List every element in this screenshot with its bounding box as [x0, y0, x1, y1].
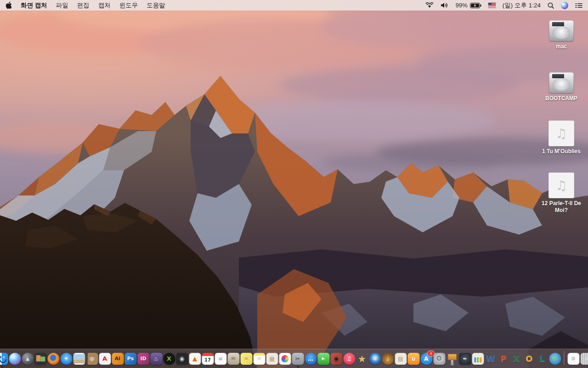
running-indicator	[1, 366, 3, 368]
scrapbook-icon: ▤	[395, 353, 407, 365]
dock-firefox[interactable]	[47, 352, 60, 365]
dock-divider	[564, 351, 565, 365]
dock-finder[interactable]	[0, 352, 8, 365]
dock-photos[interactable]	[279, 352, 291, 365]
adobe-photoshop-icon: Ps	[124, 353, 136, 365]
menu-bar-clock[interactable]: (일) 오후 1:24	[503, 1, 541, 10]
dock-app-store[interactable]: A4	[420, 352, 433, 365]
dock-preview[interactable]	[73, 352, 85, 365]
dock-safari[interactable]: ✦	[60, 352, 73, 365]
dock-keynote[interactable]	[446, 352, 458, 365]
audio-file-icon: ♫	[548, 172, 574, 198]
dock-messages[interactable]: …	[305, 352, 317, 365]
adobe-acrobat-icon: A	[99, 353, 111, 365]
dock-ms-word[interactable]: W	[485, 352, 497, 365]
adobe-illustrator-icon: Ai	[112, 353, 124, 365]
desktop-icon-label: BOOTCAMP	[545, 95, 577, 102]
hard-drive-icon	[549, 20, 574, 41]
volume-icon[interactable]	[441, 2, 449, 8]
dock-itunes[interactable]: ♫	[343, 352, 356, 365]
input-source-flag-us[interactable]	[488, 3, 496, 8]
wallpaper-sierra-mountain	[0, 0, 588, 368]
calendar-icon: 17	[202, 353, 214, 365]
dock-notes[interactable]: ≡	[253, 352, 266, 365]
battery-percent[interactable]: 99%	[456, 2, 468, 9]
dock-reminders[interactable]: ≡	[215, 352, 227, 365]
dock-adobe-photoshop[interactable]: Ps	[124, 352, 137, 365]
contacts-icon: @	[86, 353, 98, 365]
dock-ms-outlook[interactable]: O	[523, 352, 536, 365]
menu-capture[interactable]: 캡처	[98, 1, 111, 10]
dock-system-preferences[interactable]: ⚙	[433, 352, 446, 365]
wifi-icon[interactable]	[425, 2, 434, 8]
dock-imovie[interactable]: ★	[356, 352, 368, 365]
reminders-icon: ≡	[215, 353, 226, 365]
dock-adobe-indesign[interactable]: ID	[137, 352, 150, 365]
menu-window[interactable]: 윈도우	[119, 1, 138, 10]
dock-numbers[interactable]	[472, 352, 484, 365]
desktop-icon-drive-bootcamp[interactable]: BOOTCAMP	[541, 72, 582, 102]
dock-adobe-acrobat[interactable]: A	[99, 352, 111, 365]
safari-icon: ✦	[60, 353, 72, 365]
dock-calendar[interactable]: 17	[202, 352, 214, 365]
dock: ▲✦@AAiPsID♨X◉▲17≡✉≡≡▦✂…▶◉♫★∗♩▤∪A4⚙✒WPXOL…	[0, 349, 588, 368]
adobe-indesign-icon: ID	[137, 353, 149, 365]
dock-ibooks[interactable]: ∪	[407, 352, 420, 365]
desktop-icon-audio-file-1[interactable]: ♫1 Tu M'Oublies	[541, 121, 582, 155]
ms-powerpoint-icon: P	[498, 353, 509, 365]
notes-icon: ≡	[253, 353, 265, 365]
menu-help[interactable]: 도움말	[147, 1, 165, 10]
desktop-icon-drive-mac[interactable]: mac	[541, 20, 582, 50]
dock-vlc[interactable]: ▲	[189, 352, 201, 365]
desktop-icon-label: mac	[556, 43, 567, 50]
dock-downloader[interactable]: ↓	[549, 352, 561, 365]
apple-menu[interactable]	[6, 1, 12, 9]
dock-archive-box[interactable]: ✉	[227, 352, 240, 365]
stamps-icon: ▦	[266, 353, 278, 365]
desktop-icon-area: macBOOTCAMP♫1 Tu M'Oublies♫12 Parle-T-Il…	[541, 17, 582, 238]
ms-excel-icon: X	[510, 353, 522, 365]
dock-adobe-illustrator[interactable]: Ai	[112, 352, 124, 365]
facetime-icon: ▶	[317, 353, 329, 365]
dock-idvd[interactable]: ∗	[369, 352, 381, 365]
battery-icon[interactable]	[470, 3, 481, 8]
desktop-icon-label: 12 Parle-T-Il De Moi?	[541, 200, 582, 214]
dock-photo-booth[interactable]: ◉	[330, 352, 343, 365]
dock-ms-lync[interactable]: L	[536, 352, 548, 365]
dock-ms-powerpoint[interactable]: P	[498, 352, 510, 365]
finder-icon	[0, 353, 8, 365]
app-menu-title[interactable]: 화면 캡처	[21, 1, 47, 10]
dock-ms-excel[interactable]: X	[510, 352, 523, 365]
dock-recent-document[interactable]: ≣	[567, 352, 580, 365]
spotlight-icon[interactable]	[548, 2, 554, 9]
dock-mission-control[interactable]	[34, 352, 47, 365]
dock-grab[interactable]: ✂	[292, 352, 304, 365]
dock-stamps[interactable]: ▦	[266, 352, 278, 365]
preview-icon	[73, 353, 85, 365]
dock-trash[interactable]: ▵	[580, 352, 588, 365]
dock-pages[interactable]: ✒	[459, 352, 471, 365]
dock-stickies[interactable]: ≡	[240, 352, 253, 365]
menu-edit[interactable]: 편집	[77, 1, 90, 10]
dock-toast-titanium[interactable]: ♨	[150, 352, 163, 365]
dock-scrapbook[interactable]: ▤	[395, 352, 407, 365]
dock-video-converter[interactable]: X	[163, 352, 175, 365]
notification-center-icon[interactable]	[575, 3, 582, 8]
archive-box-icon: ✉	[227, 353, 239, 365]
dock-garageband[interactable]: ♩	[382, 352, 394, 365]
running-indicator	[297, 366, 299, 368]
imovie-icon: ★	[356, 353, 368, 365]
messages-icon: …	[305, 353, 317, 365]
ibooks-icon: ∪	[407, 353, 419, 365]
siri-menu-icon[interactable]	[561, 2, 568, 9]
dock-launchpad[interactable]: ▲	[22, 352, 34, 365]
menu-file[interactable]: 파일	[56, 1, 68, 10]
disc-ripper-icon: ◉	[176, 353, 188, 365]
desktop-icon-audio-file-2[interactable]: ♫12 Parle-T-Il De Moi?	[541, 172, 582, 214]
dock-siri[interactable]	[9, 352, 21, 365]
desktop-icon-label: 1 Tu M'Oublies	[542, 148, 581, 155]
dock-facetime[interactable]: ▶	[317, 352, 330, 365]
dock-disc-ripper[interactable]: ◉	[176, 352, 188, 365]
macos-desktop: 화면 캡처 파일 편집 캡처 윈도우 도움말 9	[0, 0, 588, 368]
dock-contacts[interactable]: @	[86, 352, 98, 365]
